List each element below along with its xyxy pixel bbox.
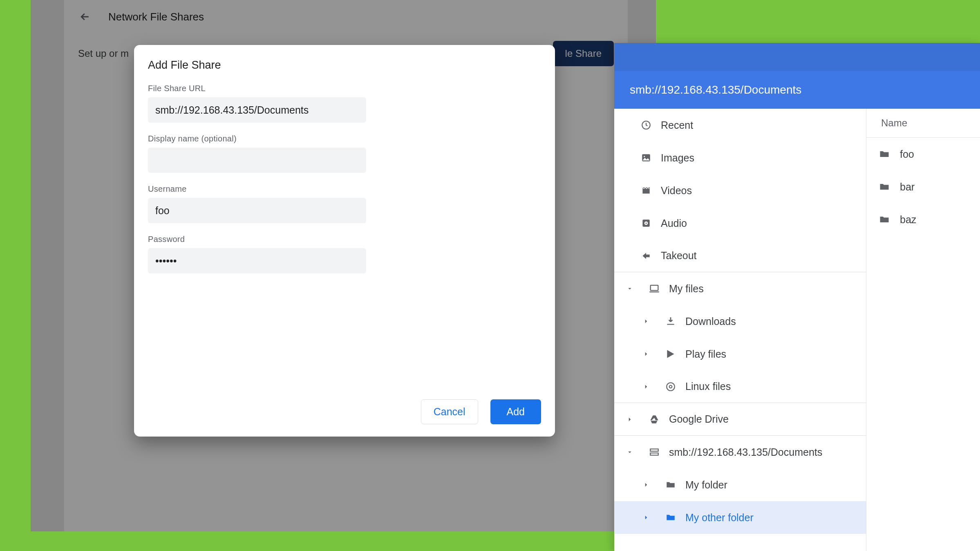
sidebar-item-label: My other folder — [685, 512, 754, 524]
svg-point-7 — [667, 383, 675, 391]
folder-icon — [879, 181, 890, 193]
sidebar-item-label: My files — [669, 283, 704, 295]
chevron-right-icon — [641, 481, 651, 488]
password-label: Password — [148, 235, 541, 244]
sidebar-item-label: Takeout — [661, 250, 697, 262]
files-path: smb://192.168.43.135/Documents — [630, 83, 801, 96]
file-row[interactable]: bar — [866, 170, 980, 203]
sidebar-item-google-drive[interactable]: Google Drive — [614, 403, 866, 436]
file-share-url-input[interactable] — [148, 97, 366, 123]
sidebar-item-videos[interactable]: Videos — [614, 174, 866, 207]
chevron-right-icon — [641, 383, 651, 390]
laptop-icon — [648, 282, 661, 295]
svg-rect-9 — [650, 449, 658, 451]
sidebar-item-label: Recent — [661, 119, 693, 131]
svg-rect-6 — [651, 285, 658, 291]
download-icon — [664, 315, 677, 328]
video-icon — [640, 184, 653, 197]
folder-icon — [879, 214, 890, 225]
sidebar-item-label: Videos — [661, 185, 692, 197]
files-sidebar: Recent Images Videos Audio — [614, 109, 866, 551]
svg-rect-10 — [650, 453, 658, 455]
display-name-label: Display name (optional) — [148, 134, 541, 143]
folder-icon — [664, 478, 677, 491]
sidebar-item-label: Downloads — [685, 316, 736, 327]
sidebar-item-label: Images — [661, 152, 694, 164]
sidebar-item-play-files[interactable]: Play files — [614, 338, 866, 370]
file-row[interactable]: foo — [866, 138, 980, 170]
chevron-right-icon — [625, 416, 635, 423]
files-location-bar: smb://192.168.43.135/Documents — [614, 71, 980, 109]
drive-icon — [648, 413, 661, 426]
image-icon — [640, 151, 653, 164]
add-button[interactable]: Add — [490, 399, 541, 424]
display-name-input[interactable] — [148, 148, 366, 173]
file-name: baz — [900, 214, 916, 226]
chevron-right-icon — [641, 514, 651, 521]
files-content-pane: Name foo bar baz — [866, 109, 980, 551]
sidebar-item-takeout[interactable]: Takeout — [614, 240, 866, 272]
audio-icon — [640, 217, 653, 230]
cancel-button[interactable]: Cancel — [421, 399, 478, 424]
svg-point-5 — [645, 222, 647, 224]
files-window-chrome — [614, 43, 980, 71]
clock-icon — [640, 119, 653, 132]
folder-icon — [664, 511, 677, 524]
password-input[interactable] — [148, 248, 366, 273]
chevron-down-icon — [625, 448, 635, 456]
chevron-down-icon — [625, 285, 635, 292]
sidebar-item-linux-files[interactable]: Linux files — [614, 370, 866, 403]
sidebar-item-my-other-folder[interactable]: My other folder — [614, 501, 866, 534]
folder-icon — [879, 148, 890, 160]
chevron-right-icon — [641, 350, 651, 358]
sidebar-item-images[interactable]: Images — [614, 141, 866, 174]
column-header-name[interactable]: Name — [866, 109, 980, 138]
sidebar-item-label: Google Drive — [669, 413, 729, 425]
takeout-icon — [640, 249, 653, 262]
svg-point-2 — [644, 156, 645, 157]
sidebar-item-label: Play files — [685, 348, 726, 360]
sidebar-item-label: Linux files — [685, 381, 731, 392]
file-row[interactable]: baz — [866, 203, 980, 236]
sidebar-item-my-files[interactable]: My files — [614, 272, 866, 305]
linux-icon — [664, 380, 677, 393]
username-input[interactable] — [148, 198, 366, 223]
play-icon — [664, 347, 677, 361]
add-file-share-dialog: Add File Share File Share URL Display na… — [134, 45, 555, 437]
files-app-window: smb://192.168.43.135/Documents Recent Im… — [614, 43, 980, 551]
file-name: bar — [900, 181, 915, 193]
chevron-right-icon — [641, 318, 651, 325]
network-share-icon — [648, 446, 661, 459]
sidebar-item-recent[interactable]: Recent — [614, 109, 866, 141]
sidebar-item-audio[interactable]: Audio — [614, 207, 866, 240]
dialog-title: Add File Share — [148, 59, 541, 72]
sidebar-item-smb-share[interactable]: smb://192.168.43.135/Documents — [614, 436, 866, 468]
sidebar-item-label: Audio — [661, 217, 687, 229]
sidebar-item-label: smb://192.168.43.135/Documents — [669, 446, 822, 458]
sidebar-item-downloads[interactable]: Downloads — [614, 305, 866, 338]
file-name: foo — [900, 148, 914, 160]
sidebar-item-label: My folder — [685, 479, 727, 491]
username-label: Username — [148, 184, 541, 194]
url-label: File Share URL — [148, 84, 541, 93]
svg-point-8 — [669, 385, 672, 388]
sidebar-item-my-folder[interactable]: My folder — [614, 468, 866, 501]
